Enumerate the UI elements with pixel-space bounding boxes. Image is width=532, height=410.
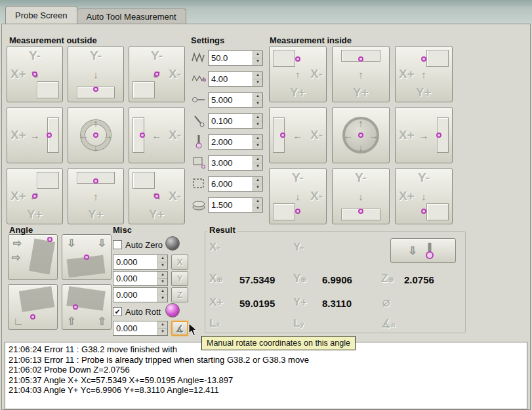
misc-x-zero-button[interactable]: X [171, 255, 188, 270]
spin-value-field[interactable]: 6.000 [209, 177, 253, 191]
inside-corner-x-minus-y-plus[interactable]: X-Y+↑ [269, 46, 327, 102]
spin-up-button[interactable]: ▲ [158, 288, 167, 295]
spin-value-field[interactable]: 2.000 [209, 135, 253, 149]
outside-corner-x-minus-y-minus[interactable]: Y-X-↙ [129, 46, 185, 102]
spin-value-field[interactable]: 0.000 [113, 321, 157, 335]
axis-label: X+ [10, 128, 26, 142]
spin-up-button[interactable]: ▲ [253, 177, 262, 184]
spin-down-button[interactable]: ▼ [158, 295, 167, 302]
spin-value-field[interactable]: 0.100 [209, 114, 253, 128]
inside-corner-x-minus-y-minus[interactable]: X-Y-↓ [269, 168, 327, 224]
tab-bar: Probe Screen Auto Tool Measurement [5, 6, 186, 24]
inside-edge-x-plus[interactable]: X+→ [395, 107, 453, 163]
probe-tip-dot [93, 87, 98, 92]
spin-down-button[interactable]: ▼ [158, 329, 167, 335]
angle-probe-x-minus[interactable]: ∟ [8, 284, 58, 330]
misc-spinbox: 0.000▲▼ [113, 271, 168, 286]
result-value-y-plus: 8.3110 [322, 298, 352, 309]
spin-down-button[interactable]: ▼ [253, 58, 262, 65]
direction-arrow-icon: ↑ [358, 69, 363, 80]
workpiece-shape [19, 286, 54, 312]
direction-arrow-icon: ↓ [295, 191, 300, 202]
spin-value-field[interactable]: 3.000 [209, 156, 253, 170]
axis-label: X+ [399, 189, 415, 203]
message-log[interactable]: 21:06:24 Error 11 : G38.2 move finished … [5, 342, 527, 409]
spin-value-field[interactable]: 0.000 [113, 288, 157, 302]
misc-z-zero-button[interactable]: Z [171, 287, 188, 302]
spin-value-field[interactable]: 0.000 [113, 255, 157, 269]
auto-zero-checkbox[interactable] [113, 240, 122, 249]
auto-rott-label: Auto Rott [125, 307, 161, 317]
probe-tip-dot [295, 209, 300, 214]
misc-row: 0.000▲▼Z [113, 287, 188, 302]
spin-up-button[interactable]: ▲ [253, 198, 262, 205]
spin-down-button[interactable]: ▼ [253, 205, 262, 212]
outside-edge-y-plus[interactable]: Y+↑ [68, 168, 124, 224]
direction-arrow-icon: ↓ [358, 142, 363, 153]
outside-edge-x-minus[interactable]: X-← [129, 107, 185, 163]
auto-rott-checkbox[interactable]: ✔ [113, 307, 122, 316]
tab-auto-tool-measurement[interactable]: Auto Tool Measurement [77, 9, 186, 24]
axis-label: X- [169, 67, 181, 81]
axis-label: Y- [29, 49, 41, 63]
spin-up-button[interactable]: ▲ [253, 114, 262, 121]
spin-up-button[interactable]: ▲ [253, 51, 262, 58]
outside-corner-x-minus-y-plus[interactable]: X-Y+↖ [129, 168, 185, 224]
tab-probe-screen[interactable]: Probe Screen [5, 6, 77, 24]
probe-tip-dot [280, 133, 285, 138]
misc-y-zero-button[interactable]: Y [171, 271, 188, 286]
probe-max-distance-icon [190, 93, 208, 106]
axis-label: X- [310, 67, 323, 81]
outside-corner-x-plus-y-plus[interactable]: X+Y+↗ [7, 168, 63, 224]
spin-up-button[interactable]: ▲ [158, 272, 167, 279]
result-frame: X- Y- ⇩ X⊕ 57.5349 Y⊕ 6.9906 Z⊕ 2.0756 X… [205, 231, 466, 333]
inside-edge-y-minus[interactable]: Y-↓ [332, 168, 390, 224]
misc-row: 0.000▲▼Y [113, 271, 188, 286]
spin-value-field[interactable]: 4.00 [209, 72, 253, 86]
auto-rott-led-button[interactable] [165, 303, 180, 318]
spin-up-button[interactable]: ▲ [253, 93, 262, 100]
result-label-length-x: Lx [209, 317, 220, 330]
inside-corner-x-plus-y-minus[interactable]: X+Y-↓ [395, 168, 453, 224]
outside-edge-x-plus[interactable]: X+→ [7, 107, 63, 163]
inside-hole-center[interactable]: ↑↓←→ [332, 107, 390, 163]
angle-probe-x-plus[interactable]: ⇨⇨ [8, 234, 58, 280]
spin-up-button[interactable]: ▲ [253, 156, 262, 163]
spin-value-field[interactable]: 50.0 [209, 51, 253, 65]
spin-down-button[interactable]: ▼ [253, 163, 262, 170]
spin-down-button[interactable]: ▼ [158, 262, 167, 269]
angle-probe-y-minus[interactable]: ⇩⇩ [62, 234, 112, 280]
spin-up-button[interactable]: ▲ [158, 255, 167, 262]
spin-down-button[interactable]: ▼ [253, 142, 262, 149]
spin-value-field[interactable]: 5.000 [209, 93, 253, 107]
spin-up-button[interactable]: ▲ [253, 135, 262, 142]
spin-value-field[interactable]: 1.500 [209, 198, 253, 212]
workpiece-height-icon [190, 198, 208, 211]
spin-up-button[interactable]: ▲ [158, 321, 167, 329]
result-label-angle: ∡a [381, 317, 395, 331]
result-label-y-plus: Y+ [293, 296, 307, 309]
spin-down-button[interactable]: ▼ [158, 279, 167, 285]
workpiece-shape [426, 203, 449, 220]
spin-value-field[interactable]: 0.000 [113, 272, 157, 285]
result-label-y-minus: Y- [293, 241, 304, 254]
angle-probe-y-plus[interactable]: ⇧⇧ [62, 284, 112, 330]
inside-edge-y-plus[interactable]: Y+↑ [332, 46, 390, 102]
outside-edge-y-minus[interactable]: Y-↓ [68, 46, 124, 102]
spin-up-button[interactable]: ▲ [253, 72, 262, 79]
spin-down-button[interactable]: ▼ [253, 100, 262, 107]
spin-down-button[interactable]: ▼ [253, 184, 262, 191]
outside-corner-x-plus-y-minus[interactable]: Y-X+↘ [7, 46, 63, 102]
probe-tip-dot [421, 209, 426, 214]
spin-down-button[interactable]: ▼ [253, 79, 262, 86]
rotate-coordinates-button[interactable]: ∡ [171, 321, 188, 336]
outside-center-xy[interactable]: ↑↓←→ [68, 107, 124, 163]
spin-down-button[interactable]: ▼ [253, 121, 262, 128]
probe-tip-diameter-icon [190, 134, 208, 149]
section-title-misc: Misc [113, 225, 132, 235]
inside-corner-x-plus-y-plus[interactable]: X+Y+↑ [395, 46, 453, 102]
auto-zero-led-button[interactable] [165, 236, 180, 251]
inside-edge-x-minus[interactable]: X-← [269, 107, 327, 163]
misc-spinbox: 0.000▲▼ [113, 287, 168, 302]
probe-z-down-button[interactable]: ⇩ [390, 238, 456, 263]
